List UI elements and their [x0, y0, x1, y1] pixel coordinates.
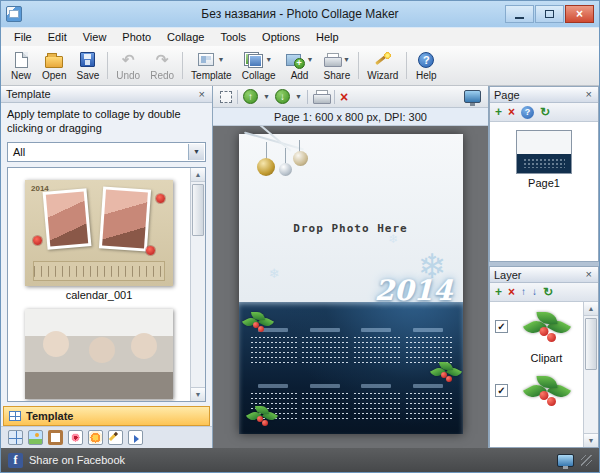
layer-item[interactable]: ✓ Clipart [490, 302, 584, 366]
menu-file[interactable]: File [6, 29, 40, 45]
chevron-down-icon[interactable]: ▼ [295, 93, 302, 100]
plus-icon: + [294, 58, 305, 69]
close-icon[interactable]: × [584, 269, 594, 280]
pencil-icon[interactable] [108, 430, 123, 445]
new-document-icon [15, 52, 28, 68]
flower-icon[interactable] [68, 430, 83, 445]
add-page-icon[interactable]: + [495, 106, 502, 118]
menu-view[interactable]: View [75, 29, 115, 45]
template-tab-label: Template [26, 410, 73, 422]
app-icon[interactable] [6, 6, 22, 22]
scroll-up-icon[interactable]: ▲ [584, 302, 598, 316]
template-button[interactable]: ▼ Template [186, 47, 237, 84]
layer-visibility-checkbox[interactable]: ✓ [495, 384, 508, 397]
delete-page-icon[interactable]: × [508, 106, 515, 118]
layer-list-scrollbar[interactable]: ▲ ▼ [583, 302, 598, 447]
close-icon[interactable]: × [584, 89, 594, 100]
template-thumbnail-label: calendar_001 [8, 289, 190, 301]
canvas-viewport[interactable]: Drop Photo Here ❄ ❄ ❄ 2014 [213, 126, 488, 448]
page-info-bar: Page 1: 600 x 800 px, DPI: 300 [213, 108, 488, 126]
chevron-down-icon[interactable]: ▼ [263, 93, 270, 100]
grid-view-icon[interactable] [8, 430, 23, 445]
calendar-section [239, 302, 463, 434]
snowflake-icon: ❄ [269, 266, 280, 281]
monitor-icon[interactable] [557, 454, 574, 467]
redo-button[interactable]: ↷ Redo [145, 47, 179, 84]
scroll-up-icon[interactable]: ▲ [191, 168, 205, 182]
chevron-down-icon[interactable]: ▼ [217, 56, 224, 63]
help-button[interactable]: ? Help [410, 47, 442, 84]
toolbar-separator [334, 90, 335, 104]
layer-item[interactable]: ✓ [490, 366, 584, 418]
layer-panel-toolbar: + × ↑ ↓ ↻ [490, 283, 598, 302]
move-up-button[interactable]: ↑ [243, 89, 258, 104]
move-down-button[interactable]: ↓ [275, 89, 290, 104]
page-list: Page1 [490, 122, 598, 261]
collage-label: Collage [242, 70, 276, 81]
delete-icon[interactable]: × [340, 90, 348, 104]
template-thumbnail-calendar[interactable]: 2014 [25, 180, 173, 286]
page-thumbnail[interactable] [516, 130, 572, 174]
minimize-button[interactable] [505, 5, 534, 23]
scrollbar-thumb[interactable] [192, 184, 204, 236]
layer-thumbnail[interactable] [522, 308, 574, 352]
menu-help[interactable]: Help [308, 29, 347, 45]
sun-icon[interactable] [88, 430, 103, 445]
share-on-facebook-link[interactable]: Share on Facebook [29, 454, 125, 466]
main-area: Template × Apply template to collage by … [1, 86, 599, 448]
scroll-down-icon[interactable]: ▼ [191, 387, 205, 401]
menu-tools[interactable]: Tools [212, 29, 254, 45]
chevron-down-icon[interactable]: ▼ [307, 56, 314, 63]
chevron-down-icon[interactable]: ▼ [188, 144, 204, 160]
new-button[interactable]: New [5, 47, 37, 84]
template-tab-button[interactable]: Template [3, 406, 210, 426]
snowflake-icon: ❄ [388, 232, 398, 246]
resize-grip-icon[interactable] [581, 455, 592, 466]
refresh-layers-icon[interactable]: ↻ [543, 286, 553, 298]
layer-thumbnail[interactable] [522, 372, 574, 416]
template-list-scrollbar[interactable]: ▲ ▼ [190, 168, 205, 401]
layer-visibility-checkbox[interactable]: ✓ [495, 320, 508, 333]
page-help-icon[interactable]: ? [521, 106, 534, 119]
photo-icon[interactable] [28, 430, 43, 445]
move-layer-up-icon[interactable]: ↑ [521, 287, 526, 297]
close-icon[interactable]: × [197, 89, 207, 100]
add-button[interactable]: +▼ Add [281, 47, 319, 84]
undo-button[interactable]: ↶ Undo [111, 47, 145, 84]
chevron-down-icon[interactable]: ▼ [343, 56, 350, 63]
close-button[interactable]: × [565, 5, 594, 23]
add-layer-icon[interactable]: + [495, 286, 502, 298]
save-button[interactable]: Save [71, 47, 104, 84]
template-filter-dropdown[interactable]: All ▼ [7, 142, 206, 162]
refresh-pages-icon[interactable]: ↻ [540, 106, 550, 118]
app-window: Без названия - Photo Collage Maker × Fil… [0, 0, 600, 473]
collage-page[interactable]: Drop Photo Here ❄ ❄ ❄ 2014 [239, 134, 463, 434]
frame-icon[interactable] [48, 430, 63, 445]
menu-edit[interactable]: Edit [40, 29, 75, 45]
open-button[interactable]: Open [37, 47, 71, 84]
menu-collage[interactable]: Collage [159, 29, 212, 45]
maximize-button[interactable] [535, 5, 564, 23]
facebook-icon[interactable]: f [8, 453, 23, 468]
scroll-down-icon[interactable]: ▼ [584, 433, 598, 447]
template-thumbnail-family[interactable] [25, 309, 173, 399]
flower-icon [146, 246, 155, 255]
christmas-ornaments-clipart [243, 134, 339, 204]
wizard-button[interactable]: Wizard [362, 47, 403, 84]
delete-layer-icon[interactable]: × [508, 286, 515, 298]
move-layer-down-icon[interactable]: ↓ [532, 287, 537, 297]
arrow-right-icon[interactable] [128, 430, 143, 445]
share-button[interactable]: ▼ Share [319, 47, 356, 84]
fit-screen-icon[interactable] [464, 90, 481, 103]
new-label: New [11, 70, 31, 81]
print-icon[interactable] [313, 90, 329, 104]
transform-tool-icon[interactable] [220, 91, 232, 103]
menu-options[interactable]: Options [254, 29, 308, 45]
thumb-photo [99, 186, 151, 251]
drop-photo-placeholder[interactable]: Drop Photo Here [239, 222, 463, 235]
collage-button[interactable]: ▼ Collage [237, 47, 281, 84]
toolbar-separator [182, 52, 183, 79]
scrollbar-thumb[interactable] [585, 318, 597, 370]
menu-photo[interactable]: Photo [114, 29, 159, 45]
chevron-down-icon[interactable]: ▼ [265, 56, 272, 63]
